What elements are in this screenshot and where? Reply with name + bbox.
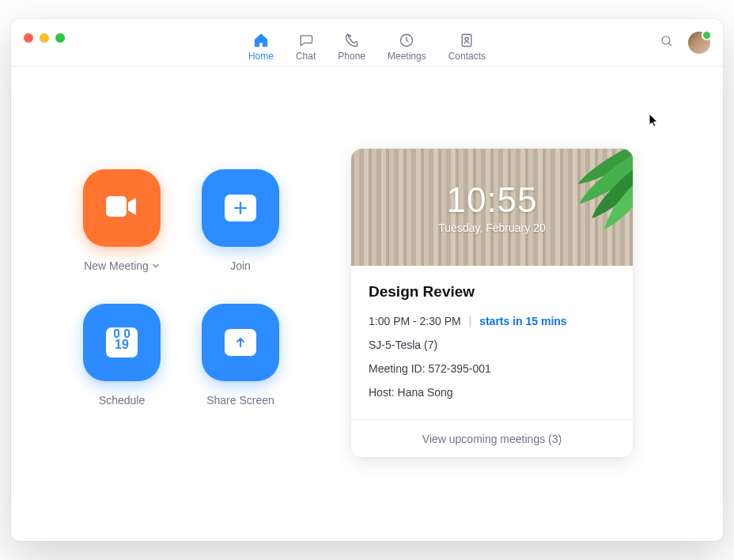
calendar-icon: 19 [106, 327, 138, 358]
share-screen-button[interactable] [202, 304, 279, 381]
plus-icon [225, 195, 256, 221]
search-icon[interactable] [660, 34, 674, 51]
meeting-title: Design Review [369, 283, 615, 301]
new-meeting-label[interactable]: New Meeting [84, 259, 160, 272]
meeting-host: Host: Hana Song [369, 386, 615, 399]
schedule-button[interactable]: 19 [83, 304, 161, 381]
tab-label: Phone [338, 51, 365, 62]
phone-icon [343, 32, 361, 49]
chevron-down-icon [152, 259, 160, 272]
tab-label: Meetings [388, 51, 426, 62]
view-upcoming-link[interactable]: View upcoming meetings (3) [351, 419, 633, 457]
tab-chat[interactable]: Chat [296, 32, 316, 62]
schedule-label: Schedule [99, 394, 145, 407]
window-controls [24, 33, 65, 43]
svg-rect-4 [106, 196, 127, 217]
profile-avatar[interactable] [688, 32, 710, 54]
contacts-icon [458, 32, 475, 49]
clock-panel: 10:55 Tuesday, February 20 [351, 149, 633, 266]
tab-phone[interactable]: Phone [338, 32, 365, 62]
actions-panel: New Meeting Join [11, 66, 351, 541]
upload-icon [225, 329, 256, 356]
svg-point-2 [465, 37, 468, 40]
meeting-time: 1:00 PM - 2:30 PM | starts in 15 mins [369, 315, 615, 327]
starts-in-badge: starts in 15 mins [479, 315, 567, 327]
tab-label: Chat [296, 51, 316, 62]
home-icon [252, 32, 270, 49]
video-icon [104, 195, 139, 221]
tab-label: Home [248, 51, 274, 62]
meeting-room: SJ-5-Tesla (7) [369, 339, 615, 351]
svg-point-3 [662, 36, 670, 44]
minimize-window-button[interactable] [40, 33, 49, 43]
current-date: Tuesday, February 20 [438, 221, 545, 234]
upcoming-meeting-card: 10:55 Tuesday, February 20 Design Review… [351, 149, 633, 457]
main-nav: Home Chat Phone [248, 24, 486, 62]
share-screen-label: Share Screen [206, 394, 274, 407]
meeting-id: Meeting ID: 572-395-001 [369, 362, 615, 375]
app-window: Home Chat Phone [11, 19, 723, 541]
tab-home[interactable]: Home [248, 32, 274, 62]
chat-icon [297, 32, 315, 49]
current-time: 10:55 [446, 180, 537, 220]
tab-label: Contacts [448, 51, 486, 62]
zoom-window-button[interactable] [55, 33, 65, 43]
new-meeting-button[interactable] [83, 169, 161, 247]
tab-meetings[interactable]: Meetings [388, 32, 426, 62]
clock-icon [398, 32, 415, 49]
close-window-button[interactable] [24, 33, 33, 43]
join-button[interactable] [202, 169, 279, 247]
titlebar: Home Chat Phone [11, 19, 723, 66]
tab-contacts[interactable]: Contacts [448, 32, 486, 62]
join-label: Join [230, 259, 251, 272]
